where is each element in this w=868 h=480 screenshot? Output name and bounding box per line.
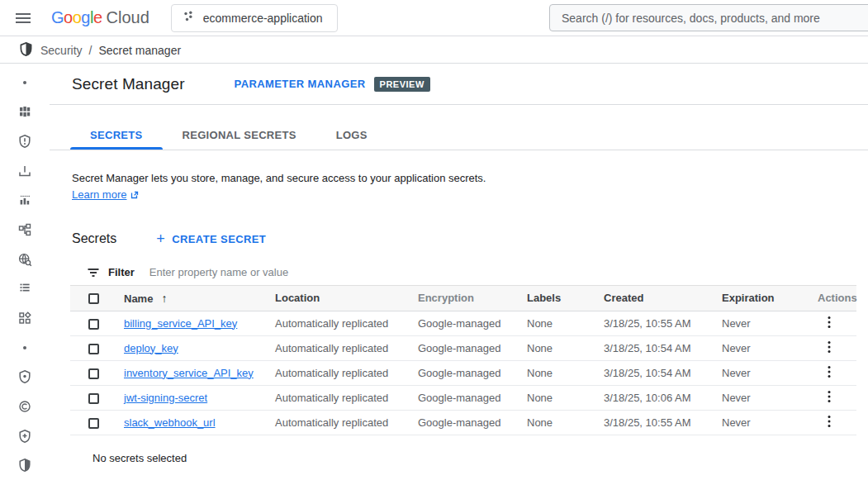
- search-input[interactable]: [550, 12, 868, 25]
- search-bar[interactable]: [549, 4, 868, 31]
- parameter-manager-link[interactable]: PARAMETER MANAGER: [235, 78, 366, 90]
- table-row: deploy_key Automatically replicated Goog…: [70, 335, 856, 360]
- nav-list-icon[interactable]: [0, 273, 50, 303]
- row-actions-menu-icon[interactable]: [823, 339, 836, 358]
- secret-name-link[interactable]: inventory_service_API_key: [124, 367, 254, 379]
- security-shield-icon: [18, 41, 34, 59]
- breadcrumb-current-page: Secret manager: [98, 44, 181, 57]
- column-name[interactable]: Name: [124, 292, 153, 305]
- row-checkbox[interactable]: [88, 393, 99, 404]
- secret-name-link[interactable]: jwt-signing-secret: [124, 392, 207, 404]
- row-actions-menu-icon[interactable]: [823, 413, 836, 432]
- table-row: inventory_service_API_key Automatically …: [70, 360, 856, 385]
- nav-apps-grid-icon[interactable]: [0, 303, 50, 333]
- nav-shield-plus-icon[interactable]: [0, 421, 50, 451]
- page-title: Secret Manager: [72, 75, 185, 93]
- filter-label: Filter: [108, 266, 135, 278]
- nav-network-icon[interactable]: [0, 215, 50, 245]
- tab-bar: SECRETS REGIONAL SECRETS LOGS: [50, 120, 868, 150]
- row-checkbox[interactable]: [88, 319, 99, 330]
- nav-bar-chart-icon[interactable]: [0, 186, 50, 216]
- external-link-icon: [130, 190, 140, 200]
- filter-icon: [87, 267, 100, 278]
- breadcrumb-separator: /: [89, 44, 92, 57]
- secrets-heading: Secrets: [72, 231, 116, 246]
- learn-more-link[interactable]: Learn more: [72, 188, 140, 201]
- breadcrumb-security-link[interactable]: Security: [40, 44, 83, 57]
- row-checkbox[interactable]: [88, 344, 99, 354]
- nav-shield-half-icon[interactable]: [0, 450, 50, 480]
- select-all-checkbox[interactable]: [88, 293, 99, 304]
- column-created: Created: [604, 292, 643, 304]
- secrets-table: Name↑ Location Encryption Labels Created…: [70, 286, 856, 435]
- preview-badge: PREVIEW: [374, 77, 430, 92]
- column-labels: Labels: [527, 292, 561, 304]
- sort-ascending-icon[interactable]: ↑: [161, 292, 167, 305]
- nav-dot-icon[interactable]: [0, 68, 50, 97]
- main-content: Secret Manager PARAMETER MANAGER PREVIEW…: [50, 64, 868, 480]
- google-cloud-logo[interactable]: Google Cloud: [51, 8, 149, 27]
- cloud-wordmark: Cloud: [107, 8, 149, 27]
- filter-bar[interactable]: Filter: [70, 259, 856, 286]
- secrets-table-container: Filter Name↑ Location Encryption Labels …: [70, 259, 856, 464]
- page-header: Secret Manager PARAMETER MANAGER PREVIEW: [50, 64, 868, 105]
- column-encryption: Encryption: [418, 292, 474, 304]
- table-row: jwt-signing-secret Automatically replica…: [70, 385, 856, 410]
- table-row: billing_service_API_key Automatically re…: [70, 311, 856, 335]
- column-expiration: Expiration: [722, 292, 775, 304]
- top-app-bar: Google Cloud ecommerce-application: [0, 0, 868, 36]
- row-checkbox[interactable]: [88, 368, 99, 379]
- column-actions: Actions: [818, 292, 857, 304]
- left-nav-rail: [0, 64, 50, 480]
- secret-name-link[interactable]: deploy_key: [124, 342, 178, 354]
- project-name: ecommerce-application: [203, 12, 323, 25]
- tab-secrets[interactable]: SECRETS: [70, 120, 163, 150]
- secrets-section-header: Secrets + CREATE SECRET: [72, 231, 868, 246]
- column-location: Location: [275, 292, 320, 304]
- create-secret-button[interactable]: + CREATE SECRET: [156, 231, 266, 246]
- secret-name-link[interactable]: slack_webhook_url: [124, 416, 216, 429]
- nav-shield-alert-icon[interactable]: [0, 126, 50, 156]
- tab-regional-secrets[interactable]: REGIONAL SECRETS: [163, 120, 316, 150]
- filter-input[interactable]: [143, 266, 856, 278]
- nav-shield-dot-icon[interactable]: [0, 362, 50, 392]
- nav-blocks-icon[interactable]: [0, 97, 50, 127]
- page-description: Secret Manager lets you store, manage, a…: [72, 171, 868, 186]
- nav-circle-c-icon[interactable]: [0, 392, 50, 421]
- tab-logs[interactable]: LOGS: [316, 120, 387, 150]
- nav-dot2-icon[interactable]: [0, 333, 50, 363]
- selection-status-text: No secrets selected: [92, 452, 856, 464]
- row-checkbox[interactable]: [88, 418, 99, 429]
- row-actions-menu-icon[interactable]: [823, 364, 836, 383]
- breadcrumb: Security / Secret manager: [0, 37, 868, 64]
- secret-name-link[interactable]: billing_service_API_key: [124, 317, 237, 330]
- table-row: slack_webhook_url Automatically replicat…: [70, 410, 856, 435]
- row-actions-menu-icon[interactable]: [823, 388, 836, 407]
- row-actions-menu-icon[interactable]: [823, 314, 836, 333]
- plus-icon: +: [156, 231, 165, 246]
- nav-globe-search-icon[interactable]: [0, 245, 50, 274]
- nav-tray-icon[interactable]: [0, 156, 50, 186]
- project-icon: [182, 10, 195, 26]
- menu-icon[interactable]: [7, 2, 40, 35]
- table-header-row: Name↑ Location Encryption Labels Created…: [70, 286, 856, 311]
- project-selector[interactable]: ecommerce-application: [171, 4, 338, 32]
